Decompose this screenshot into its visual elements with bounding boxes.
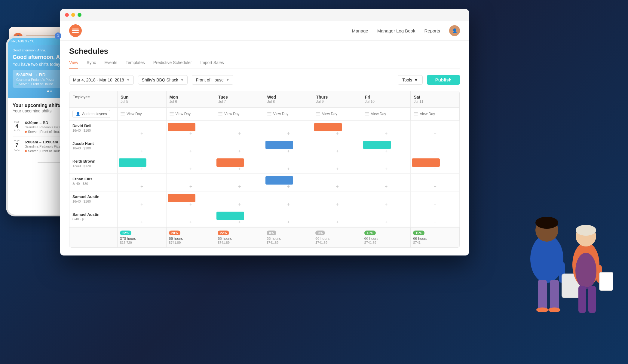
shift-cell-0-2[interactable]: + xyxy=(215,121,264,138)
shift-plus-5-0[interactable]: + xyxy=(140,219,143,225)
maximize-button[interactable] xyxy=(78,13,81,17)
shift-cell-3-3[interactable]: + xyxy=(264,174,313,191)
minimize-button[interactable] xyxy=(71,13,75,17)
shift-plus-2-6[interactable]: + xyxy=(434,166,437,172)
shift-plus-4-3[interactable]: + xyxy=(287,202,290,207)
shift-plus-2-5[interactable]: + xyxy=(385,166,388,172)
shift-plus-4-6[interactable]: + xyxy=(434,202,437,207)
shift-plus-1-4[interactable]: + xyxy=(336,148,339,154)
shift-plus-4-2[interactable]: + xyxy=(238,202,241,207)
shift-plus-5-4[interactable]: + xyxy=(336,219,339,225)
shift-plus-5-2[interactable]: + xyxy=(238,219,241,225)
shift-plus-0-6[interactable]: + xyxy=(434,131,437,136)
shift-cell-0-3[interactable]: + xyxy=(264,121,313,138)
shift-cell-4-0[interactable]: + xyxy=(118,191,167,209)
nav-log-book[interactable]: Manager Log Book xyxy=(377,28,415,33)
shift-plus-0-0[interactable]: + xyxy=(140,131,143,136)
shift-plus-1-3[interactable]: + xyxy=(287,148,290,154)
shift-cell-4-3[interactable]: + xyxy=(264,191,313,209)
tab-import-sales[interactable]: Import Sales xyxy=(200,60,224,69)
shift-cell-5-4[interactable]: + xyxy=(313,209,362,227)
tools-button[interactable]: Tools ▼ xyxy=(398,75,423,85)
shift-cell-4-5[interactable]: + xyxy=(362,191,411,209)
shift-cell-2-1[interactable]: + xyxy=(167,156,216,173)
shift-plus-5-6[interactable]: + xyxy=(434,219,437,225)
shift-cell-3-1[interactable]: + xyxy=(167,174,216,191)
shift-cell-1-4[interactable]: + xyxy=(313,138,362,156)
tab-view[interactable]: View xyxy=(69,60,78,69)
shift-cell-5-6[interactable]: + xyxy=(411,209,460,227)
shift-plus-3-2[interactable]: + xyxy=(238,184,241,189)
view-day-tue[interactable]: View Day xyxy=(215,108,264,120)
shift-cell-1-5[interactable]: + xyxy=(362,138,411,156)
shift-plus-1-1[interactable]: + xyxy=(189,148,192,154)
shift-plus-4-4[interactable]: + xyxy=(336,202,339,207)
shift-cell-3-5[interactable]: + xyxy=(362,174,411,191)
nav-avatar[interactable]: 👤 xyxy=(449,25,460,36)
shift-cell-5-0[interactable]: + xyxy=(118,209,167,227)
shift-cell-3-2[interactable]: + xyxy=(215,174,264,191)
shift-plus-5-1[interactable]: + xyxy=(189,219,192,225)
date-range-dropdown[interactable]: Mar 4, 2018 - Mar 10, 2018 ▼ xyxy=(69,75,134,85)
publish-button[interactable]: Publish xyxy=(427,75,460,85)
shift-cell-1-6[interactable]: + xyxy=(411,138,460,156)
view-day-mon[interactable]: View Day xyxy=(167,108,216,120)
nav-reports[interactable]: Reports xyxy=(424,28,440,33)
shift-plus-5-3[interactable]: + xyxy=(287,219,290,225)
nav-manage[interactable]: Manage xyxy=(352,28,368,33)
view-day-thu[interactable]: View Day xyxy=(313,108,362,120)
shift-plus-4-5[interactable]: + xyxy=(385,202,388,207)
shift-cell-2-6[interactable]: + xyxy=(411,156,460,173)
shift-cell-3-0[interactable]: + xyxy=(118,174,167,191)
shift-plus-5-5[interactable]: + xyxy=(385,219,388,225)
tab-sync[interactable]: Sync xyxy=(87,60,96,69)
shift-plus-2-4[interactable]: + xyxy=(336,166,339,172)
view-day-sun[interactable]: View Day xyxy=(118,108,167,120)
shift-plus-1-6[interactable]: + xyxy=(434,148,437,154)
shift-cell-0-4[interactable]: + xyxy=(313,121,362,138)
home-indicator[interactable] xyxy=(38,162,62,163)
shift-cell-2-0[interactable]: + xyxy=(118,156,167,173)
shift-plus-3-1[interactable]: + xyxy=(189,184,192,189)
shift-cell-0-1[interactable]: + xyxy=(167,121,216,138)
department-dropdown[interactable]: Front of House ▼ xyxy=(192,75,233,85)
shift-cell-4-2[interactable]: + xyxy=(215,191,264,209)
shift-cell-5-3[interactable]: + xyxy=(264,209,313,227)
shift-cell-4-4[interactable]: + xyxy=(313,191,362,209)
shift-plus-1-0[interactable]: + xyxy=(140,148,143,154)
shift-cell-5-2[interactable]: + xyxy=(215,209,264,227)
shift-plus-0-1[interactable]: + xyxy=(189,131,192,136)
shift-plus-3-5[interactable]: + xyxy=(385,184,388,189)
notification-badge[interactable]: 1 xyxy=(55,32,61,39)
shift-plus-2-3[interactable]: + xyxy=(287,166,290,172)
shift-plus-1-5[interactable]: + xyxy=(385,148,388,154)
view-day-fri[interactable]: View Day xyxy=(362,108,411,120)
view-day-sat[interactable]: View Day xyxy=(411,108,460,120)
shift-plus-0-3[interactable]: + xyxy=(287,131,290,136)
shift-plus-2-1[interactable]: + xyxy=(189,166,192,172)
tab-events[interactable]: Events xyxy=(104,60,117,69)
shift-plus-3-6[interactable]: + xyxy=(434,184,437,189)
location-dropdown[interactable]: Shifty's BBQ Shack ▼ xyxy=(138,75,188,85)
shift-cell-3-6[interactable]: + xyxy=(411,174,460,191)
shift-cell-1-0[interactable]: + xyxy=(118,138,167,156)
shift-cell-1-2[interactable]: + xyxy=(215,138,264,156)
shift-plus-2-2[interactable]: + xyxy=(238,166,241,172)
shift-plus-4-1[interactable]: + xyxy=(189,202,192,207)
shift-cell-0-0[interactable]: + xyxy=(118,121,167,138)
shift-cell-0-6[interactable]: + xyxy=(411,121,460,138)
shift-cell-1-1[interactable]: + xyxy=(167,138,216,156)
tab-templates[interactable]: Templates xyxy=(126,60,145,69)
shift-cell-5-5[interactable]: + xyxy=(362,209,411,227)
shift-cell-5-1[interactable]: + xyxy=(167,209,216,227)
view-day-wed[interactable]: View Day xyxy=(264,108,313,120)
shift-cell-2-3[interactable]: + xyxy=(264,156,313,173)
shift-cell-0-5[interactable]: + xyxy=(362,121,411,138)
shift-plus-0-5[interactable]: + xyxy=(385,131,388,136)
shift-cell-2-2[interactable]: + xyxy=(215,156,264,173)
shift-plus-2-0[interactable]: + xyxy=(140,166,143,172)
shift-plus-3-0[interactable]: + xyxy=(140,184,143,189)
shift-cell-2-5[interactable]: + xyxy=(362,156,411,173)
shift-plus-0-4[interactable]: + xyxy=(336,131,339,136)
shift-plus-1-2[interactable]: + xyxy=(238,148,241,154)
